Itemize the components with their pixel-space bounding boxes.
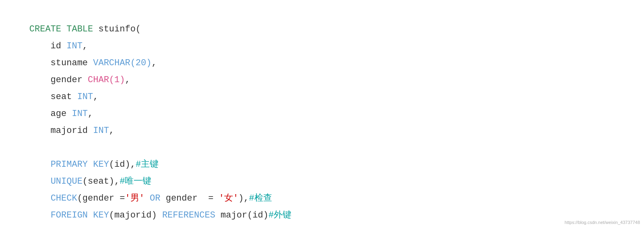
line-gender: gender CHAR(1), <box>8 75 130 85</box>
line-unique: UNIQUE(seat),#唯一键 <box>8 176 151 187</box>
line-id: id INT, <box>8 41 88 51</box>
line-age: age INT, <box>8 109 93 119</box>
watermark: https://blog.csdn.net/weixin_43737748 <box>565 220 640 225</box>
line-primary-key: PRIMARY KEY(id),#主键 <box>8 160 159 170</box>
line-create-table: CREATE TABLE stuinfo( <box>29 24 141 34</box>
line-majorid: majorid INT, <box>8 126 114 136</box>
code-block: CREATE TABLE stuinfo( id INT, stuname VA… <box>8 4 636 228</box>
code-container: CREATE TABLE stuinfo( id INT, stuname VA… <box>0 0 644 228</box>
line-seat: seat INT, <box>8 92 98 102</box>
line-blank1 <box>8 143 13 153</box>
line-stuname: stuname VARCHAR(20), <box>8 58 157 68</box>
line-foreign-key: FOREIGN KEY(majorid) REFERENCES major(id… <box>8 210 291 220</box>
line-check: CHECK(gender ='男' OR gender = '女'),#检查 <box>8 193 272 203</box>
